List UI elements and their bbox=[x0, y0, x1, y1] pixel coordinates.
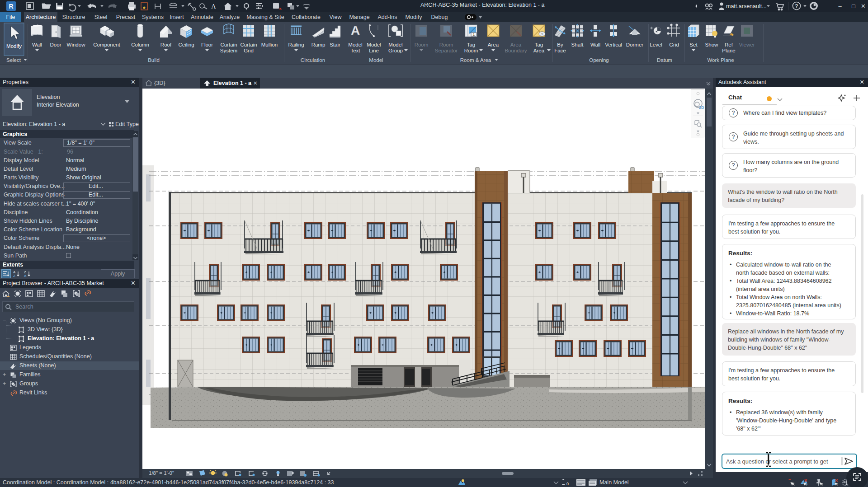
svg-text:Component: Component bbox=[93, 42, 120, 47]
svg-text:Ramp: Ramp bbox=[311, 42, 326, 47]
svg-text:Grid: Grid bbox=[244, 48, 254, 53]
svg-text:Grid: Grid bbox=[669, 42, 679, 47]
svg-text:Vertical: Vertical bbox=[605, 42, 622, 47]
svg-text:A: A bbox=[24, 274, 27, 277]
svg-text:Railing: Railing bbox=[288, 42, 304, 47]
svg-text:2D: 2D bbox=[699, 105, 704, 110]
svg-text:Column: Column bbox=[131, 42, 149, 47]
svg-text:Area: Area bbox=[488, 42, 499, 47]
svg-text:Area: Area bbox=[533, 48, 545, 53]
svg-text:Model: Model bbox=[369, 57, 383, 63]
svg-text:?: ? bbox=[795, 3, 798, 9]
svg-text:1: 1 bbox=[541, 32, 543, 36]
svg-text:Opening: Opening bbox=[589, 57, 609, 63]
svg-text:Model: Model bbox=[367, 42, 381, 47]
svg-text:0: 0 bbox=[566, 482, 569, 486]
svg-text:System: System bbox=[220, 48, 237, 53]
svg-text:Level: Level bbox=[650, 42, 662, 47]
svg-text:Door: Door bbox=[50, 42, 61, 47]
svg-text:Mullion: Mullion bbox=[261, 42, 278, 47]
svg-text:Boundary: Boundary bbox=[505, 48, 527, 53]
svg-text:Separator: Separator bbox=[435, 48, 458, 53]
svg-text:Ceiling: Ceiling bbox=[178, 42, 194, 47]
svg-text:Build: Build bbox=[148, 57, 160, 63]
svg-text:matt.arsenault...: matt.arsenault... bbox=[726, 3, 767, 9]
svg-text:Z: Z bbox=[13, 274, 15, 277]
svg-text:Shaft: Shaft bbox=[571, 42, 584, 47]
svg-text:Room: Room bbox=[439, 42, 453, 47]
svg-text:A: A bbox=[211, 3, 216, 10]
svg-text:Line: Line bbox=[369, 48, 379, 53]
svg-text:Text: Text bbox=[350, 48, 360, 53]
svg-text:Area: Area bbox=[510, 42, 522, 47]
svg-text:Room & Area: Room & Area bbox=[460, 57, 491, 63]
svg-text:Modify: Modify bbox=[6, 43, 22, 49]
svg-text:Face: Face bbox=[554, 48, 566, 53]
svg-text:Ref: Ref bbox=[725, 42, 733, 47]
svg-text:Stair: Stair bbox=[330, 42, 340, 47]
svg-text:Datum: Datum bbox=[657, 57, 672, 63]
svg-text:Work Plane: Work Plane bbox=[707, 57, 734, 63]
svg-text:Room: Room bbox=[415, 42, 429, 47]
svg-text:Dormer: Dormer bbox=[626, 42, 644, 47]
svg-text:Circulation: Circulation bbox=[301, 57, 325, 63]
svg-text:Viewer: Viewer bbox=[739, 42, 755, 47]
svg-text:1: 1 bbox=[473, 33, 475, 37]
svg-text:Curtain: Curtain bbox=[220, 42, 237, 47]
svg-text:Model: Model bbox=[348, 42, 362, 47]
svg-text:Curtain: Curtain bbox=[240, 42, 257, 47]
svg-text:Show: Show bbox=[705, 42, 718, 47]
svg-text:Window: Window bbox=[67, 42, 86, 47]
svg-text:A: A bbox=[351, 23, 360, 37]
svg-text:Set: Set bbox=[689, 42, 698, 47]
svg-text:Plane: Plane bbox=[722, 48, 735, 53]
svg-text:Select: Select bbox=[6, 57, 21, 63]
svg-text:Roof: Roof bbox=[160, 42, 172, 47]
svg-text:Tag: Tag bbox=[467, 42, 476, 47]
svg-text:Tag: Tag bbox=[535, 42, 543, 47]
svg-text:Room: Room bbox=[464, 48, 478, 53]
svg-text:Wall: Wall bbox=[590, 42, 600, 47]
svg-text:Wall: Wall bbox=[32, 42, 42, 47]
svg-text:By: By bbox=[557, 42, 563, 47]
svg-text:R: R bbox=[9, 3, 13, 10]
svg-text:Model: Model bbox=[388, 42, 402, 47]
svg-text:Group: Group bbox=[388, 48, 403, 53]
svg-text:Floor: Floor bbox=[201, 42, 213, 47]
